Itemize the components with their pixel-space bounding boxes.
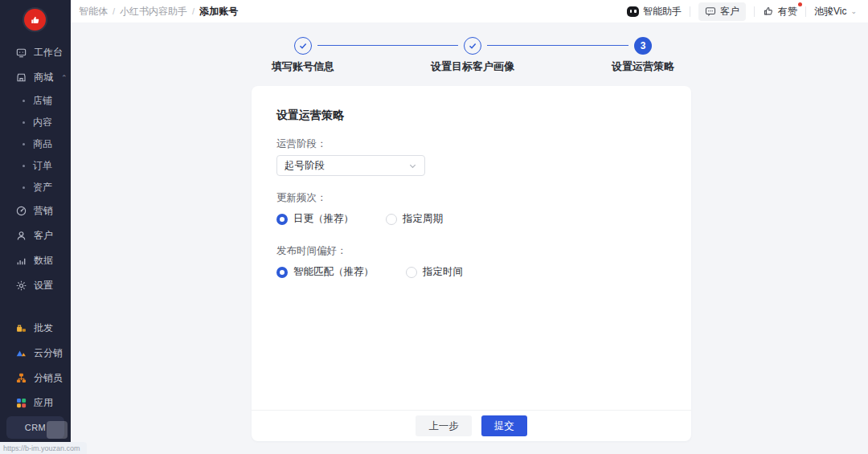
step-2-circle[interactable] bbox=[464, 37, 481, 55]
youzan-button[interactable]: 有赞 bbox=[763, 5, 797, 18]
app-window: 工作台 商城 ⌃ 店铺 内容 bbox=[0, 0, 868, 454]
breadcrumb-agent[interactable]: 智能体 bbox=[79, 5, 108, 18]
breadcrumb-separator: / bbox=[113, 6, 115, 16]
sidebar-item-workbench[interactable]: 工作台 bbox=[0, 40, 71, 65]
ai-assistant-label: 智能助手 bbox=[643, 5, 682, 18]
sidebar-item-apps[interactable]: 应用 bbox=[0, 391, 71, 415]
customer-icon bbox=[14, 230, 27, 243]
sidebar-label-shop: 店铺 bbox=[33, 94, 52, 108]
thumb-up-logo-icon bbox=[30, 14, 41, 26]
sidebar-label-data: 数据 bbox=[34, 254, 53, 268]
step-3-number: 3 bbox=[641, 40, 646, 51]
card-title: 设置运营策略 bbox=[276, 108, 344, 123]
radio-daily-update[interactable]: 日更（推荐） bbox=[276, 212, 354, 226]
user-menu[interactable]: 池骏Vic ⌄ bbox=[814, 5, 857, 18]
step-1-circle[interactable] bbox=[294, 37, 312, 55]
sidebar-label-settings: 设置 bbox=[34, 279, 53, 292]
radio-off-icon bbox=[386, 214, 397, 225]
step-3-label: 设置运营策略 bbox=[587, 59, 699, 74]
breadcrumb-xhs-assistant[interactable]: 小红书内容助手 bbox=[120, 5, 187, 18]
sidebar-item-wholesale[interactable]: 批发 bbox=[0, 316, 71, 341]
step-connector bbox=[487, 45, 628, 46]
nav-divider-gap bbox=[0, 298, 71, 316]
breadcrumb-separator: / bbox=[192, 6, 194, 16]
sidebar-item-content[interactable]: 内容 bbox=[0, 112, 71, 133]
mall-icon bbox=[14, 72, 27, 84]
step-3-circle[interactable]: 3 bbox=[634, 37, 652, 55]
frequency-radio-group: 日更（推荐） 指定周期 bbox=[276, 212, 443, 226]
sidebar-item-assets[interactable]: 资产 bbox=[0, 177, 71, 198]
submit-button[interactable]: 提交 bbox=[481, 415, 527, 436]
card-footer: 上一步 提交 bbox=[252, 410, 691, 441]
strategy-form-card: 设置运营策略 运营阶段： 起号阶段 更新频次： 日更（推荐） 指定周期 发布时间… bbox=[252, 86, 691, 441]
crm-label: CRM bbox=[25, 423, 47, 432]
topbar-divider bbox=[690, 6, 690, 17]
sidebar-label-marketing: 营销 bbox=[34, 204, 53, 218]
step-1-label: 填写账号信息 bbox=[247, 59, 359, 74]
apps-icon bbox=[14, 397, 27, 410]
ai-assistant-button[interactable]: 智能助手 bbox=[627, 5, 682, 18]
sidebar-label-customer: 客户 bbox=[34, 229, 53, 243]
shop-logo[interactable] bbox=[24, 9, 46, 31]
check-icon bbox=[468, 41, 477, 51]
previous-step-button[interactable]: 上一步 bbox=[416, 415, 472, 436]
floating-widget[interactable] bbox=[47, 421, 68, 439]
step-2-label: 设置目标客户画像 bbox=[416, 59, 529, 74]
bullet-dot bbox=[23, 100, 25, 102]
sidebar-item-marketing[interactable]: 营销 bbox=[0, 198, 71, 223]
bullet-dot bbox=[23, 143, 25, 145]
topbar-actions: 智能助手 客户 有赞 bbox=[627, 2, 857, 21]
radio-daily-update-label: 日更（推荐） bbox=[293, 212, 354, 226]
radio-custom-time[interactable]: 指定时间 bbox=[406, 265, 463, 279]
sidebar-item-mall[interactable]: 商城 ⌃ bbox=[0, 65, 71, 90]
sidebar-label-cloud-distribution: 云分销 bbox=[34, 346, 63, 360]
thumb-up-icon bbox=[763, 6, 774, 17]
sidebar-item-cloud-distribution[interactable]: 云分销 bbox=[0, 341, 71, 366]
youzan-label: 有赞 bbox=[778, 5, 797, 18]
chevron-down-icon bbox=[408, 162, 417, 170]
cloud-distribution-icon bbox=[14, 347, 27, 360]
distributor-icon bbox=[14, 372, 27, 385]
sidebar-label-content: 内容 bbox=[33, 116, 52, 129]
sidebar-label-mall: 商城 bbox=[34, 71, 53, 84]
marketing-icon bbox=[14, 205, 27, 218]
sidebar-item-goods[interactable]: 商品 bbox=[0, 133, 71, 155]
radio-smart-match-label: 智能匹配（推荐） bbox=[293, 265, 374, 279]
publish-time-field-label: 发布时间偏好： bbox=[276, 244, 347, 258]
status-url-tooltip: https://b-im.youzan.com bbox=[0, 442, 87, 454]
radio-on-icon bbox=[276, 267, 288, 278]
wholesale-icon bbox=[14, 322, 27, 335]
sidebar-item-distributor[interactable]: 分销员 bbox=[0, 366, 71, 391]
sidebar-item-shop[interactable]: 店铺 bbox=[0, 90, 71, 112]
data-icon bbox=[14, 255, 27, 268]
stage-select[interactable]: 起号阶段 bbox=[276, 155, 425, 176]
sidebar-label-distributor: 分销员 bbox=[34, 371, 63, 385]
sidebar-item-orders[interactable]: 订单 bbox=[0, 155, 71, 177]
chevron-down-icon: ⌄ bbox=[850, 7, 857, 15]
username-label: 池骏Vic bbox=[814, 5, 846, 18]
bullet-dot bbox=[23, 165, 25, 167]
sidebar-label-workbench: 工作台 bbox=[34, 46, 63, 59]
sidebar-label-apps: 应用 bbox=[34, 396, 53, 410]
topbar-divider bbox=[754, 6, 755, 17]
stage-field-label: 运营阶段： bbox=[276, 137, 327, 151]
notification-dot bbox=[798, 2, 802, 6]
topbar-divider bbox=[805, 6, 806, 17]
sidebar-label-goods: 商品 bbox=[33, 137, 52, 151]
breadcrumb-add-account: 添加账号 bbox=[199, 5, 238, 18]
radio-off-icon bbox=[406, 267, 417, 278]
topbar: 智能体 / 小红书内容助手 / 添加账号 智能助手 客户 bbox=[71, 0, 868, 22]
sidebar-item-customer[interactable]: 客户 bbox=[0, 223, 71, 248]
sidebar-nav: 工作台 商城 ⌃ 店铺 内容 bbox=[0, 40, 71, 415]
customer-service-button[interactable]: 客户 bbox=[698, 2, 746, 21]
sidebar-label-assets: 资产 bbox=[33, 181, 52, 194]
bullet-dot bbox=[23, 186, 25, 189]
sidebar: 工作台 商城 ⌃ 店铺 内容 bbox=[0, 0, 71, 454]
radio-smart-match[interactable]: 智能匹配（推荐） bbox=[276, 265, 374, 279]
chat-bubble-icon bbox=[705, 6, 716, 17]
step-connector bbox=[317, 45, 458, 46]
sidebar-item-data[interactable]: 数据 bbox=[0, 248, 71, 273]
radio-custom-cycle[interactable]: 指定周期 bbox=[386, 212, 443, 226]
sidebar-item-settings[interactable]: 设置 bbox=[0, 273, 71, 298]
publish-time-radio-group: 智能匹配（推荐） 指定时间 bbox=[276, 265, 463, 279]
